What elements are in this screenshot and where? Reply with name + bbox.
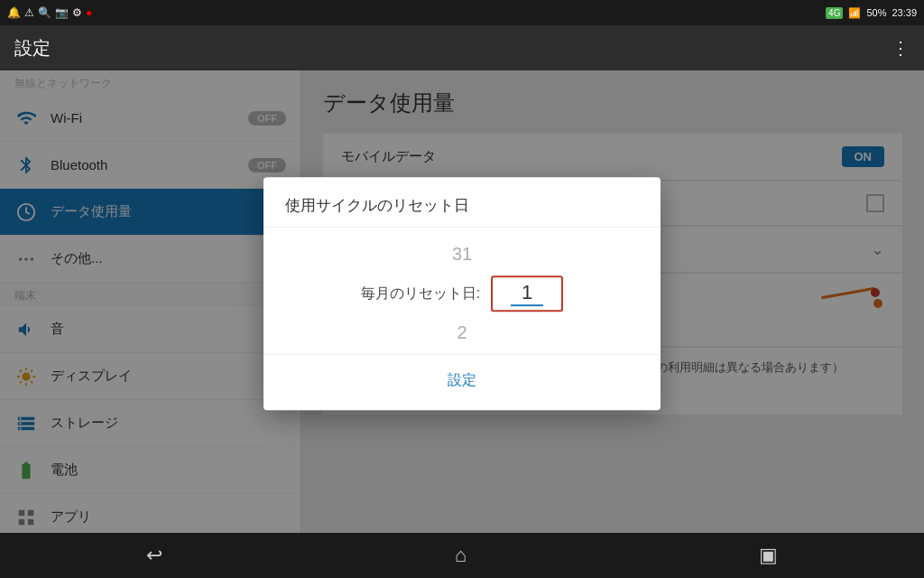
picker-input-box: 1	[491, 275, 563, 312]
picker-above: 31	[285, 238, 639, 270]
dialog-body: 31 毎月のリセット日: 1 2	[263, 228, 661, 354]
status-bar-icons: 🔔 ⚠ 🔍 📷 ⚙ ●	[7, 6, 92, 19]
signal-icon: 4G	[826, 7, 843, 19]
dialog-confirm-button[interactable]: 設定	[411, 364, 513, 397]
alert-icon: ●	[86, 6, 92, 19]
nav-bar: ↩ ⌂ ▣	[0, 533, 924, 578]
picker-value[interactable]: 1	[511, 281, 543, 306]
warning-icon: ⚠	[24, 6, 34, 19]
app-title: 設定	[14, 36, 51, 61]
menu-button[interactable]: ⋮	[892, 37, 910, 59]
search-icon: 🔍	[38, 6, 51, 19]
home-button[interactable]: ⌂	[433, 536, 488, 574]
battery-percent: 50%	[866, 7, 886, 18]
status-bar-right: 4G 📶 50% 23:39	[826, 7, 917, 19]
app-bar: 設定 ⋮	[0, 25, 924, 70]
settings-icon-status: ⚙	[72, 6, 82, 19]
picker-label: 毎月のリセット日:	[361, 284, 480, 303]
picker-below: 2	[285, 317, 639, 354]
recents-button[interactable]: ▣	[737, 536, 799, 574]
notification-icon: 🔔	[7, 6, 21, 19]
back-button[interactable]: ↩	[125, 536, 184, 574]
picker-area: 31 毎月のリセット日: 1 2	[263, 238, 661, 354]
reset-cycle-dialog: 使用サイクルのリセット日 31 毎月のリセット日: 1 2 設定	[263, 177, 661, 410]
dialog-actions: 設定	[263, 354, 661, 410]
picker-row: 毎月のリセット日: 1	[285, 270, 639, 317]
screenshot-icon: 📷	[55, 6, 69, 19]
dialog-title: 使用サイクルのリセット日	[263, 177, 661, 228]
status-bar: 🔔 ⚠ 🔍 📷 ⚙ ● 4G 📶 50% 23:39	[0, 0, 924, 25]
signal-bars-icon: 📶	[848, 7, 861, 19]
clock: 23:39	[892, 7, 917, 18]
